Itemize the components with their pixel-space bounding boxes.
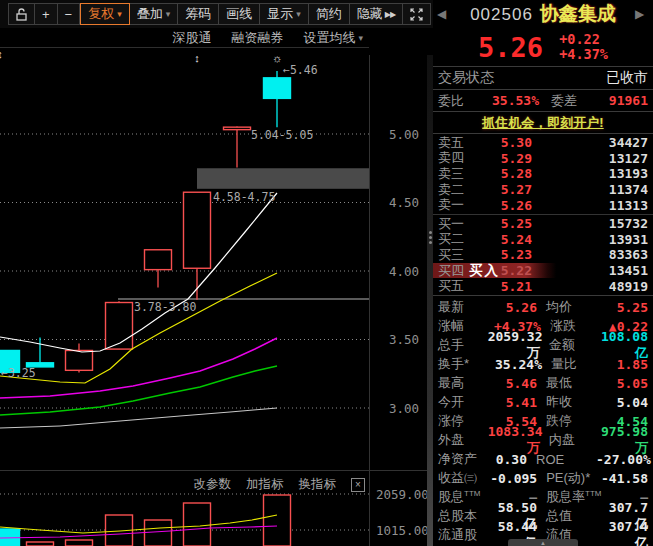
add-indicator-link[interactable]: 加指标 <box>246 476 284 493</box>
chips-button[interactable]: 筹码 <box>178 3 219 25</box>
drawline-button[interactable]: 画线 <box>219 3 260 25</box>
switch-indicator-link[interactable]: 换指标 <box>299 476 337 493</box>
bid-row[interactable]: 买三5.2383363 <box>433 247 653 263</box>
weicha-label: 委差 <box>551 92 577 110</box>
change-params-link[interactable]: 改参数 <box>194 476 232 493</box>
next-stock-icon[interactable]: ▶ <box>635 7 649 21</box>
stat-row: 总手2059.32万金额108.08亿 <box>438 336 648 355</box>
bid-volume: 48919 <box>532 279 648 294</box>
gap-zone <box>197 168 369 189</box>
stat-value: 5.04 <box>606 395 648 410</box>
stat-row: 今开5.41昨收5.04 <box>438 393 648 412</box>
MA-gray <box>0 408 277 428</box>
overlay-label: 叠加 <box>137 5 163 23</box>
stat-label: 量比 <box>551 355 611 373</box>
stat-label: 股息率TTM <box>546 488 606 506</box>
stat-value: -0.095 <box>490 471 537 486</box>
trade-status-value: 已收市 <box>494 69 648 87</box>
stock-title: 002506 协鑫集成 <box>451 1 635 27</box>
candle-body <box>145 250 172 270</box>
display-label: 显示 <box>267 5 293 23</box>
hide-label: 隐藏 <box>357 5 383 23</box>
ask-levels: 卖五5.3034427卖四5.2913127卖三5.2813193卖二5.271… <box>433 135 653 213</box>
bid-row[interactable]: 买二5.2413931 <box>433 232 653 248</box>
lock-button[interactable] <box>8 3 35 25</box>
bid-label: 买五 <box>438 277 472 295</box>
bid-price: 5.23 <box>472 247 532 262</box>
panel-collapse-handle[interactable]: ▲ <box>508 539 578 546</box>
zoom-out-button[interactable]: − <box>58 3 81 25</box>
simple-button[interactable]: 简约 <box>309 3 350 25</box>
stat-label: 换手* <box>438 355 495 373</box>
fuquan-button[interactable]: 复权 ▾ <box>80 3 130 25</box>
stat-value: 5.41 <box>495 395 537 410</box>
trade-status-row: 交易状态 已收市 <box>433 67 653 89</box>
sz-connect-link[interactable]: 深股通 <box>172 29 211 47</box>
bid-price: 5.24 <box>472 232 532 247</box>
stat-value: 307.4亿 <box>606 519 648 546</box>
price-row: 5.26 +0.22 +4.37% <box>433 28 653 66</box>
order-book: 卖五5.3034427卖四5.2913127卖三5.2813193卖二5.271… <box>433 134 653 295</box>
price-annotation: ←5.46 <box>283 63 318 77</box>
zoom-in-button[interactable]: + <box>35 3 58 25</box>
ask-row[interactable]: 卖二5.2711374 <box>433 182 653 198</box>
price-annotation: 5.04-5.05 <box>251 128 313 142</box>
volume-bar <box>184 503 211 546</box>
stat-label: 涨幅 <box>438 317 494 335</box>
stat-label: 今开 <box>438 393 495 411</box>
display-button[interactable]: 显示 ▾ <box>260 3 309 25</box>
open-account-link[interactable]: 抓住机会，即刻开户! <box>482 114 603 132</box>
fullscreen-button[interactable] <box>403 3 431 25</box>
VOL-MA-magenta <box>0 526 277 538</box>
fuquan-label: 复权 <box>88 5 114 23</box>
margin-trading-link[interactable]: 融资融券 <box>231 29 283 47</box>
buy-button[interactable]: 买入 <box>469 263 500 279</box>
chevron-down-icon: ▾ <box>117 9 122 19</box>
price-annotation: 4.58-4.75 <box>213 190 275 204</box>
stat-label: 跌停 <box>546 412 606 430</box>
splitter-grip-icon <box>429 231 432 234</box>
bid-row[interactable]: 买一5.2515732 <box>433 216 653 232</box>
weibi-value: 35.53% <box>464 93 539 108</box>
prev-stock-icon[interactable]: ◀ <box>437 7 451 21</box>
bid-price: 5.25 <box>472 216 532 231</box>
close-indicator-icon[interactable]: × <box>351 478 365 492</box>
chart-toolbar: + − 复权 ▾ 叠加 ▾ 筹码 画线 显示 ▾ 简约 隐藏 ▶▶ <box>0 0 433 28</box>
ma-settings-link[interactable]: 设置均线 ▾ <box>303 29 363 47</box>
candlestick-chart[interactable]: 5.004.504.003.503.002059.001015.00←5.465… <box>0 0 433 546</box>
bid-volume: 15732 <box>532 216 648 231</box>
hide-button[interactable]: 隐藏 ▶▶ <box>350 3 403 25</box>
ask-label: 卖一 <box>438 196 472 214</box>
price-annotation: 3.78-3.80 <box>134 300 196 314</box>
ask-row[interactable]: 卖四5.2913127 <box>433 151 653 167</box>
event-marker-icon: ☼ <box>272 52 282 64</box>
chevron-down-icon: ▾ <box>358 33 363 43</box>
ask-row[interactable]: 卖一5.2611313 <box>433 197 653 213</box>
stat-label: 总股本 <box>438 507 495 525</box>
stock-name: 协鑫集成 <box>540 1 616 27</box>
overlay-button[interactable]: 叠加 ▾ <box>130 3 179 25</box>
stat-value: 0.30 <box>495 452 527 467</box>
ask-row[interactable]: 卖三5.2813193 <box>433 166 653 182</box>
candle-body <box>66 350 93 370</box>
stat-label: 昨收 <box>546 393 606 411</box>
bid-row[interactable]: 买五5.2148919 <box>433 278 653 294</box>
expand-icon <box>410 8 423 21</box>
panel-header: ◀ 002506 协鑫集成 ▶ <box>433 0 653 28</box>
last-price: 5.26 <box>478 32 543 63</box>
price-axis-label: 4.00 <box>389 264 419 279</box>
pane-splitter[interactable] <box>427 55 433 546</box>
stat-label: PE(动)* <box>546 469 601 487</box>
stat-label: 总手 <box>438 336 488 354</box>
event-marker-icon: ↕ <box>194 52 200 64</box>
stat-value: -27.00% <box>596 452 648 467</box>
VOL-MA-yellow <box>0 515 277 533</box>
bid-row[interactable]: 买四5.2213451买入 <box>433 263 653 279</box>
event-marker-icon: ↕ <box>0 48 3 60</box>
ma-settings-label: 设置均线 <box>303 29 355 47</box>
stat-label: 股息TTM <box>438 488 495 506</box>
ask-row[interactable]: 卖五5.3034427 <box>433 135 653 151</box>
candle-body <box>106 303 133 350</box>
stat-value: 5.05 <box>606 376 648 391</box>
stat-label: 涨跌 <box>550 317 609 335</box>
